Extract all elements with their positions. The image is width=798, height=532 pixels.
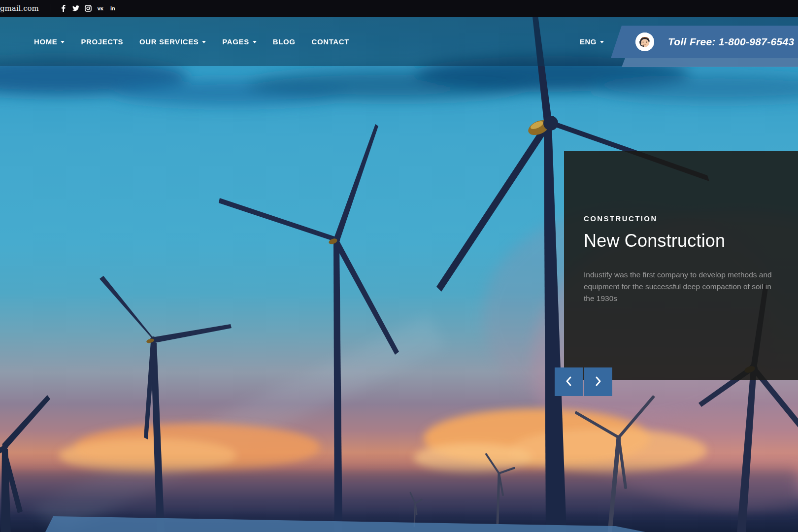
instagram-icon[interactable] [85,5,92,12]
nav-item-projects-label: PROJECTS [81,37,123,46]
topbar: gmail.com ᴠᴋ in [0,0,798,17]
nav-item-pages[interactable]: PAGES [222,37,256,46]
slide-card: CONSTRUCTION New Construction Industify … [564,151,798,380]
vk-icon[interactable]: ᴠᴋ [97,5,104,12]
nav-item-our-services-label: OUR SERVICES [139,37,199,46]
chevron-down-icon [202,41,206,43]
language-label: ENG [580,37,597,46]
language-selector[interactable]: ENG [580,17,604,66]
chevron-down-icon [253,41,257,43]
twitter-icon[interactable] [72,5,79,12]
support-agent-avatar [635,33,654,51]
contact-email[interactable]: gmail.com [0,4,39,13]
main-menu: HOME PROJECTS OUR SERVICES PAGES BLOG CO… [34,17,349,66]
topbar-divider [51,4,51,12]
nav-item-contact-label: CONTACT [312,37,349,46]
slide-kicker: CONSTRUCTION [584,214,798,223]
nav-item-contact[interactable]: CONTACT [312,37,349,46]
carousel-prev-button[interactable] [555,367,583,396]
nav-item-home-label: HOME [34,37,57,46]
nav-item-blog-label: BLOG [273,37,296,46]
toll-free-number[interactable]: Toll Free: 1-800-987-6543 [668,36,795,48]
toll-free-panel: Toll Free: 1-800-987-6543 [611,26,798,58]
chevron-right-icon [595,376,601,388]
main-navbar: HOME PROJECTS OUR SERVICES PAGES BLOG CO… [0,17,798,66]
nav-item-projects[interactable]: PROJECTS [81,37,123,46]
chevron-left-icon [565,376,572,388]
nav-item-our-services[interactable]: OUR SERVICES [139,37,206,46]
chevron-down-icon [600,41,604,43]
nav-item-pages-label: PAGES [222,37,249,46]
linkedin-icon[interactable]: in [109,5,116,12]
phone-panel-shadow [622,58,798,67]
slide-description: Industify was the first company to devel… [584,269,782,304]
facebook-icon[interactable] [60,5,67,12]
nav-item-blog[interactable]: BLOG [273,37,296,46]
social-links: ᴠᴋ in [60,5,116,12]
carousel-next-button[interactable] [584,367,612,396]
nav-item-home[interactable]: HOME [34,37,65,46]
chevron-down-icon [61,41,65,43]
slide-title: New Construction [584,231,798,251]
